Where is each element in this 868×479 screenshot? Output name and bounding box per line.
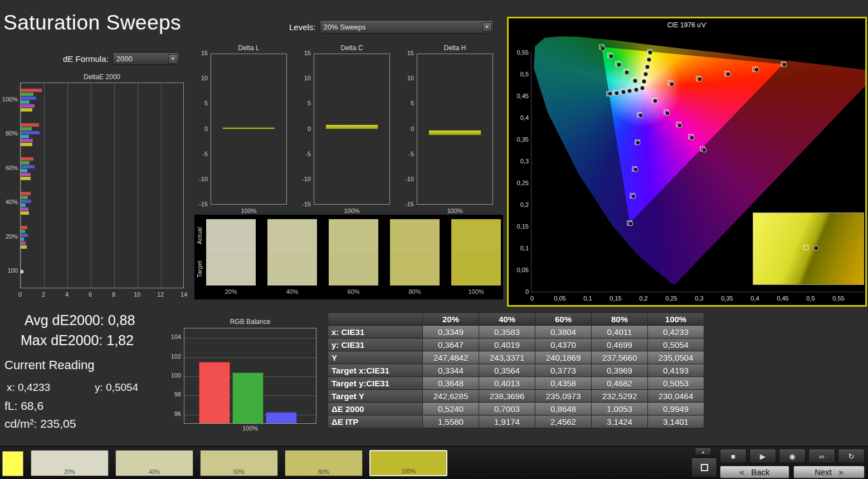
current-reading-y: y: 0,5054 xyxy=(95,381,138,394)
delta-y-tick: 5 xyxy=(204,100,208,107)
table-row: Target y:CIE310,36480,40130,43580,46820,… xyxy=(328,377,704,390)
deltae2000-bar xyxy=(21,165,35,168)
delta-y-tick: -15 xyxy=(405,201,414,208)
delta-bar xyxy=(428,130,481,136)
table-row-label: Y xyxy=(328,351,423,364)
table-cell: 0,3647 xyxy=(423,338,479,351)
delta-l-chart: Delta L 151050-5-10-15 100% xyxy=(195,44,291,218)
chevron-down-icon[interactable]: ▼ xyxy=(168,54,178,64)
cie-measured-marker xyxy=(701,147,706,152)
delta-y-tick: 15 xyxy=(304,50,311,57)
deltae2000-bar xyxy=(21,230,25,233)
table-cell: 0,5240 xyxy=(423,403,479,415)
cie-measured-marker xyxy=(677,123,682,128)
cie-x-tick: 0,1 xyxy=(579,295,596,302)
table-row: x: CIE310,33490,35830,38040,40110,4233 xyxy=(328,326,704,338)
cie-measured-marker xyxy=(625,70,630,75)
deltae2000-plot xyxy=(20,83,184,288)
cie-x-tick: 0,4 xyxy=(747,295,763,302)
cie-measured-marker xyxy=(632,78,637,83)
deltae2000-bar xyxy=(21,157,33,161)
stop-button[interactable]: ■ xyxy=(720,449,747,463)
record-button[interactable]: ◉ xyxy=(779,449,806,463)
delta-l-plot xyxy=(211,54,287,205)
deltae2000-x-tick: 8 xyxy=(107,291,120,298)
deltae2000-x-axis: 02468101214 xyxy=(20,290,187,298)
table-cell: 237,5660 xyxy=(592,351,648,364)
swatch-actual xyxy=(267,219,317,253)
cie-measured-marker xyxy=(608,91,613,96)
cie-measured-marker xyxy=(689,135,694,140)
table-cell: 0,3349 xyxy=(423,326,479,338)
deltae2000-bar xyxy=(21,207,28,211)
table-row: Target x:CIE310,33440,35640,37730,39690,… xyxy=(328,364,704,377)
deltae2000-bar xyxy=(21,200,31,203)
cie-measured-marker xyxy=(648,50,653,55)
back-button[interactable]: « Back xyxy=(720,466,789,478)
table-cell: 0,3773 xyxy=(535,364,592,377)
patch-label: 40% xyxy=(116,469,193,475)
play-button[interactable]: ▶ xyxy=(749,449,776,463)
deltae2000-x-tick: 0 xyxy=(13,291,27,298)
table-cell: 242,6285 xyxy=(423,390,479,403)
cie-y-tick: 0,35 xyxy=(510,136,529,143)
next-button[interactable]: Next » xyxy=(793,466,865,478)
max-de2000-readout: Max dE2000: 1,82 xyxy=(21,332,134,349)
delta-l-x-label: 100% xyxy=(211,207,287,214)
swatch-target xyxy=(451,253,501,286)
table-cell: 2,4562 xyxy=(535,415,592,428)
delta-bar xyxy=(222,127,275,130)
patch-button-100%[interactable]: 100% xyxy=(369,450,447,476)
deltae2000-bar xyxy=(21,241,26,245)
page-title: Saturation Sweeps xyxy=(3,11,181,35)
swatch-label: 40% xyxy=(267,288,317,296)
delta-y-tick: 10 xyxy=(201,75,208,82)
rgb-gridline xyxy=(184,338,316,338)
levels-dropdown[interactable]: 20% Sweeps ▼ xyxy=(320,20,494,33)
actual-label: Actual xyxy=(196,219,204,253)
cie-y-tick: 0,45 xyxy=(510,93,529,100)
chevron-down-icon[interactable]: ▼ xyxy=(482,22,492,32)
table-cell: 0,4358 xyxy=(535,377,592,390)
table-cell: 238,3696 xyxy=(479,390,535,403)
loop-button[interactable]: ∞ xyxy=(808,449,835,463)
deltae2000-bar xyxy=(21,173,31,176)
patch-button-40%[interactable]: 40% xyxy=(115,450,193,476)
de-formula-dropdown[interactable]: 2000 ▼ xyxy=(113,52,179,65)
deltae2000-bar xyxy=(21,93,33,96)
patch-button-20%[interactable]: 20% xyxy=(31,450,109,476)
de-formula-control: dE Formula: 2000 ▼ xyxy=(63,52,179,65)
patch-button-60%[interactable]: 60% xyxy=(200,450,278,476)
expand-up-button[interactable]: ▲ xyxy=(695,448,711,456)
rgb-y-tick: 102 xyxy=(171,353,181,360)
swatch-actual xyxy=(390,219,440,253)
rgb-y-tick: 100 xyxy=(171,372,181,379)
table-cell: 0,4699 xyxy=(592,338,648,351)
patch-label: 80% xyxy=(285,469,362,475)
deltae2000-x-tick: 2 xyxy=(37,291,50,298)
cie-measured-marker xyxy=(628,221,633,226)
current-reading-cdm2: cd/m²: 235,05 xyxy=(4,417,76,430)
cie-measured-marker xyxy=(645,64,650,69)
delta-y-tick: -15 xyxy=(302,201,311,208)
deltae2000-bar xyxy=(21,238,24,241)
deltae2000-x-tick: 12 xyxy=(154,291,167,298)
cie-x-axis-line xyxy=(531,292,864,292)
cie-measured-marker xyxy=(636,140,641,145)
patch-button-80%[interactable]: 80% xyxy=(285,450,363,476)
table-cell: 232,5292 xyxy=(592,390,648,403)
delta-c-chart: Delta C 151050-5-10-15 100% xyxy=(298,44,394,218)
cie-measured-marker xyxy=(614,90,619,95)
next-chevron-icon: » xyxy=(838,467,843,477)
deltae2000-bar xyxy=(21,139,33,142)
table-cell: 0,4013 xyxy=(479,377,535,390)
rgb-bar-red xyxy=(199,362,230,424)
deltae2000-y-axis: 100%80%60%40%20%100 xyxy=(2,83,19,288)
cie-y-tick: 0,3 xyxy=(510,158,529,165)
deltae2000-x-tick: 6 xyxy=(84,291,97,298)
deltae2000-bar xyxy=(21,177,31,180)
refresh-button[interactable]: ↻ xyxy=(838,449,865,463)
stop-button-large[interactable] xyxy=(691,458,717,477)
target-label: Target xyxy=(196,253,204,286)
table-header: 80% xyxy=(592,313,648,326)
